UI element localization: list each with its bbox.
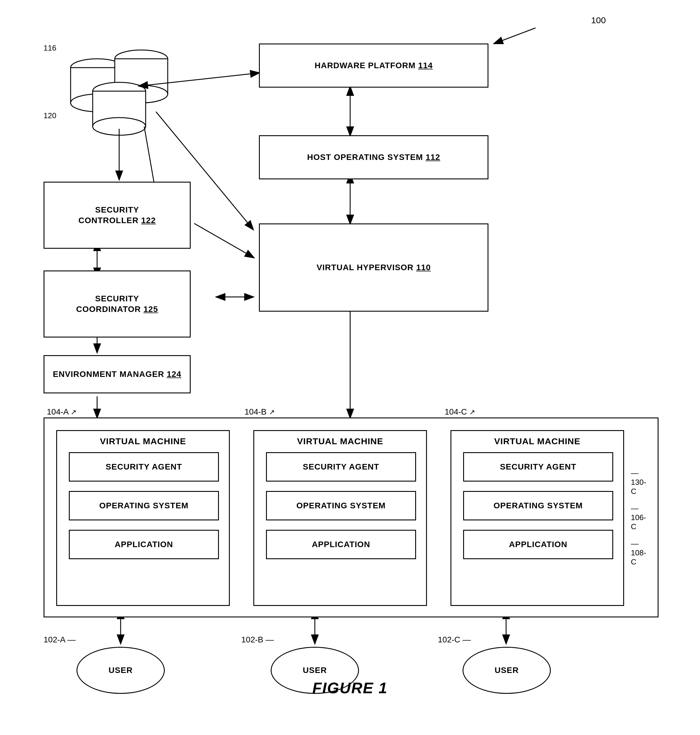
svg-point-6 (71, 94, 124, 112)
security-controller-label: SECURITYCONTROLLER 122 (79, 205, 156, 226)
hardware-platform-ref: 114 (418, 61, 433, 70)
ref-104b: 104-B ↗ (244, 407, 275, 417)
security-controller-box: SECURITYCONTROLLER 122 (44, 182, 191, 249)
ref-116: 116 (44, 44, 56, 53)
ref-108c: — 108-C (631, 539, 646, 566)
vm-b-title: VIRTUAL MACHINE (254, 431, 426, 449)
vm-a-os: OPERATING SYSTEM (69, 491, 219, 520)
svg-rect-5 (71, 67, 124, 103)
host-os-box: HOST OPERATING SYSTEM 112 (259, 135, 488, 179)
ref-102c: 102-C — (438, 635, 471, 644)
svg-line-22 (194, 223, 254, 258)
vm-c-title: VIRTUAL MACHINE (451, 431, 623, 449)
svg-point-4 (71, 59, 124, 76)
ref-130c: — 130-C (631, 469, 646, 496)
virtual-hypervisor-box: VIRTUAL HYPERVISOR 110 (259, 223, 488, 312)
hardware-platform-label: HARDWARE PLATFORM 114 (315, 60, 433, 71)
host-os-label: HOST OPERATING SYSTEM 112 (307, 152, 440, 163)
ref-100: 100 (591, 15, 606, 25)
svg-point-9 (115, 85, 168, 103)
vm-c-security-agent: SECURITY AGENT (463, 452, 613, 481)
figure-caption: FIGURE 1 (0, 679, 700, 697)
vm-outer-group: 104-A ↗ 104-B ↗ 104-C ↗ VIRTUAL MACHINE … (44, 418, 659, 618)
vm-c-application: APPLICATION (463, 530, 613, 559)
vm-b-os: OPERATING SYSTEM (266, 491, 416, 520)
svg-line-14 (146, 73, 259, 85)
svg-point-7 (115, 50, 168, 67)
vm-a-box: VIRTUAL MACHINE SECURITY AGENT OPERATING… (56, 430, 230, 606)
environment-manager-box: ENVIRONMENT MANAGER 124 (44, 355, 191, 393)
vm-b-security-agent: SECURITY AGENT (266, 452, 416, 481)
vm-a-security-agent: SECURITY AGENT (69, 452, 219, 481)
ref-102b: 102-B — (241, 635, 274, 644)
ref-104a: 104-A ↗ (47, 407, 76, 417)
vm-a-application: APPLICATION (69, 530, 219, 559)
diagram: 100 116 120 (0, 0, 700, 706)
security-coordinator-label: SECURITYCOORDINATOR 125 (76, 293, 158, 315)
svg-point-12 (93, 117, 146, 135)
security-coordinator-box: SECURITYCOORDINATOR 125 (44, 270, 191, 337)
host-os-ref: 112 (425, 153, 440, 162)
svg-line-13 (494, 28, 535, 44)
vm-c-os: OPERATING SYSTEM (463, 491, 613, 520)
svg-rect-11 (93, 91, 146, 126)
vm-b-box: VIRTUAL MACHINE SECURITY AGENT OPERATING… (253, 430, 427, 606)
virtual-hypervisor-label: VIRTUAL HYPERVISOR 110 (316, 262, 431, 273)
vm-a-title: VIRTUAL MACHINE (57, 431, 229, 449)
ref-120: 120 (44, 111, 56, 120)
virtual-hypervisor-ref: 110 (416, 263, 431, 272)
ref-106c: — 106-C (631, 504, 646, 531)
svg-point-10 (93, 82, 146, 100)
ref-104c: 104-C ↗ (445, 407, 475, 417)
environment-manager-label: ENVIRONMENT MANAGER 124 (53, 369, 182, 380)
vm-b-application: APPLICATION (266, 530, 416, 559)
ref-102a: 102-A — (44, 635, 76, 644)
svg-rect-8 (115, 59, 168, 94)
hardware-platform-box: HARDWARE PLATFORM 114 (259, 44, 488, 88)
vm-c-box: VIRTUAL MACHINE SECURITY AGENT OPERATING… (450, 430, 624, 606)
